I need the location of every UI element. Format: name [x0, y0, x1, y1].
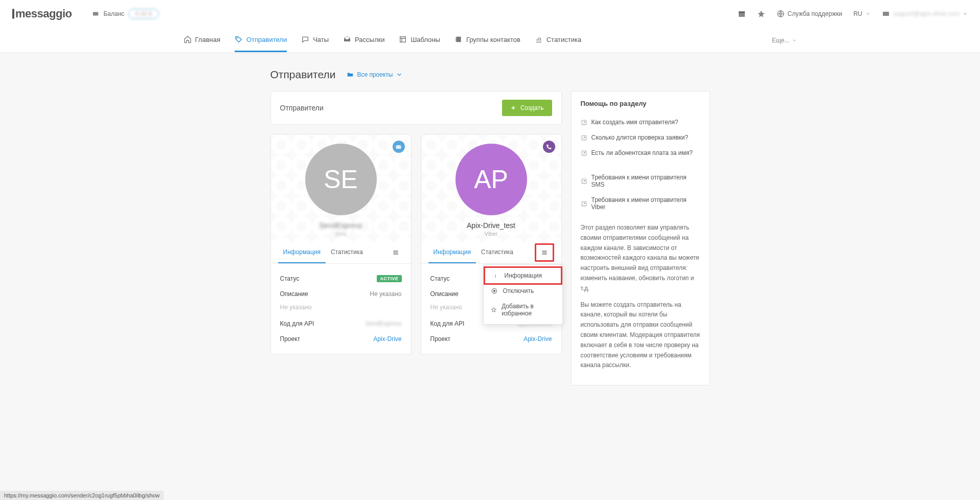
inbox-icon	[343, 35, 351, 43]
support-label: Служба поддержки	[788, 10, 842, 17]
nav-label: Чаты	[313, 36, 329, 43]
page-title: Отправители	[270, 69, 336, 81]
senders-panel: Отправители Создать	[270, 91, 562, 125]
status-label: Статус	[430, 275, 450, 282]
project-label: Проект	[280, 335, 301, 343]
tab-info[interactable]: Информация	[428, 242, 476, 263]
info-icon: i	[492, 272, 499, 279]
avatar: SE	[305, 144, 377, 215]
help-panel: Помощь по разделу Как создать имя отправ…	[571, 91, 710, 385]
chevron-down-icon	[865, 11, 871, 16]
svg-rect-10	[455, 40, 456, 41]
logo[interactable]: messaggio	[12, 7, 72, 20]
api-label: Код для API	[430, 320, 465, 327]
lang-selector[interactable]: RU	[853, 10, 870, 17]
nav-contacts[interactable]: Группы контактов	[454, 28, 520, 52]
external-icon	[581, 150, 587, 156]
nav-label: Рассылки	[355, 36, 384, 43]
nav-label: Главная	[195, 36, 220, 43]
star-icon[interactable]	[757, 10, 765, 18]
contacts-icon	[454, 35, 463, 43]
help-link[interactable]: Требования к имени отправителя SMS	[581, 170, 700, 192]
nav-campaigns[interactable]: Рассылки	[343, 28, 384, 52]
help-link[interactable]: Есть ли абонентская плата за имя?	[581, 145, 700, 161]
project-link[interactable]: Apix-Drive	[523, 335, 552, 343]
nav-chats[interactable]: Чаты	[301, 28, 329, 52]
calendar-icon[interactable]	[738, 10, 746, 18]
panel-title: Отправители	[280, 104, 324, 112]
disable-icon	[491, 287, 498, 294]
star-outline-icon	[491, 306, 497, 313]
svg-rect-8	[455, 38, 456, 38]
desc-label: Описание	[430, 290, 459, 298]
create-button[interactable]: Создать	[502, 100, 552, 116]
nav-home[interactable]: Главная	[184, 28, 220, 52]
dd-fav-label: Добавить в избранное	[502, 303, 555, 317]
project-label: Проект	[430, 335, 451, 343]
nav-label: Группы контактов	[466, 36, 520, 43]
stats-icon	[535, 35, 543, 43]
help-link[interactable]: Как создать имя отправителя?	[581, 115, 700, 130]
avatar: AP	[455, 144, 527, 215]
help-link-text: Сколько длится проверка заявки?	[591, 134, 689, 141]
help-p2: Вы можете создать отправитель на канале,…	[581, 300, 700, 371]
card-menu-button[interactable]	[388, 245, 404, 260]
support-link[interactable]: Служба поддержки	[777, 10, 842, 18]
user-email: support@apix-drive.com	[893, 10, 960, 17]
dd-disable[interactable]: Отключить	[484, 283, 562, 299]
sender-name: SendExpress	[277, 221, 405, 230]
projects-dropdown[interactable]: Все проекты	[347, 71, 403, 78]
sender-channel: Sms	[277, 231, 405, 237]
tab-stats[interactable]: Статистика	[326, 242, 368, 263]
help-link[interactable]: Сколько длится проверка заявки?	[581, 130, 700, 145]
help-p1: Этот раздел позволяет вам управлять свои…	[581, 223, 700, 294]
home-icon	[184, 35, 192, 43]
desc-label: Описание	[280, 290, 308, 298]
sender-card: AP Apix-Drive_test Viber Информация Стат…	[421, 134, 562, 354]
wallet-icon	[92, 10, 99, 17]
balance[interactable]: Баланс 0.00 €	[92, 9, 158, 19]
svg-text:i: i	[494, 273, 496, 279]
project-link[interactable]: Apix-Drive	[373, 335, 401, 343]
status-badge: ACTIVE	[377, 275, 401, 282]
dd-favorite[interactable]: Добавить в избранное	[484, 299, 562, 321]
sender-card: SE SendExpress Sms Информация Статистика	[270, 134, 412, 354]
svg-rect-7	[456, 37, 461, 42]
globe-icon	[777, 10, 785, 18]
svg-rect-6	[400, 37, 406, 42]
nav-senders[interactable]: Отправители	[235, 28, 287, 52]
page-header: Отправители Все проекты	[270, 69, 710, 81]
card-menu-button[interactable]	[535, 243, 554, 262]
external-icon	[581, 178, 587, 185]
svg-rect-4	[883, 12, 889, 16]
svg-rect-9	[455, 39, 456, 39]
svg-rect-11	[396, 145, 401, 149]
navbar: Главная Отправители Чаты Рассылки Шаблон…	[0, 28, 980, 53]
dd-info-label: Информация	[505, 272, 542, 279]
tab-stats[interactable]: Статистика	[476, 242, 518, 263]
dd-info[interactable]: i Информация	[484, 266, 562, 285]
user-menu[interactable]: support@apix-drive.com	[882, 10, 968, 18]
tab-info[interactable]: Информация	[278, 242, 326, 263]
chevron-down-icon	[963, 11, 968, 16]
nav-templates[interactable]: Шаблоны	[399, 28, 440, 52]
desc-text: Не указано	[280, 302, 402, 316]
dd-disable-label: Отключить	[503, 287, 534, 294]
nav-more-label: Еще...	[772, 37, 789, 44]
nav-stats[interactable]: Статистика	[535, 28, 581, 52]
nav-label: Шаблоны	[411, 36, 440, 43]
channel-badge-viber	[543, 141, 555, 153]
help-link[interactable]: Требования к имени отправителя Viber	[581, 192, 700, 215]
card-dropdown-menu: i Информация Отключить Добавить в избран…	[483, 264, 563, 325]
help-title: Помощь по разделу	[581, 100, 700, 107]
template-icon	[399, 35, 407, 43]
nav-more[interactable]: Еще...	[772, 37, 796, 44]
balance-label: Баланс	[103, 10, 124, 17]
phone-icon	[545, 144, 552, 150]
status-label: Статус	[280, 275, 300, 282]
api-label: Код для API	[280, 320, 314, 327]
help-link-text: Требования к имени отправителя Viber	[591, 196, 700, 211]
id-icon	[882, 10, 890, 18]
help-description: Этот раздел позволяет вам управлять свои…	[581, 223, 700, 371]
chevron-down-icon	[792, 38, 797, 43]
